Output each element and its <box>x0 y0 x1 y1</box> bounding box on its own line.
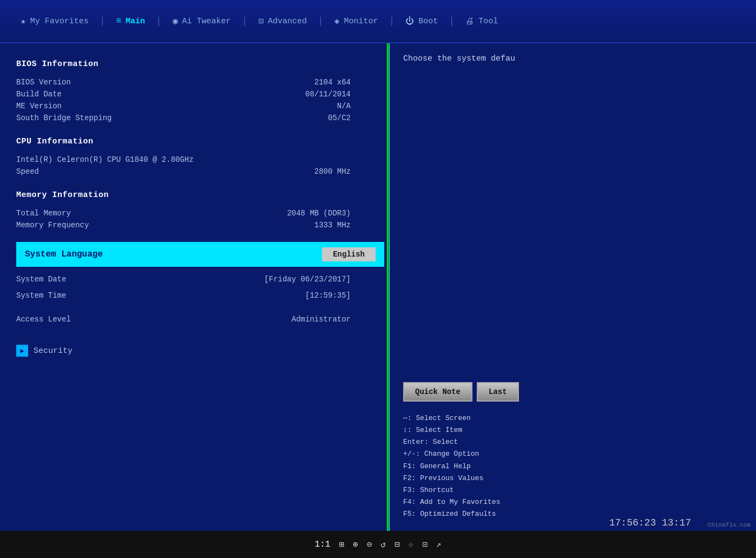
nav-sep-4: | <box>318 16 324 27</box>
security-arrow-icon: ▶ <box>16 345 28 357</box>
help-line-5: F1: General Help <box>403 461 742 472</box>
advanced-icon: ⊡ <box>258 16 264 27</box>
me-version-label: ME Version <box>16 102 62 110</box>
cpu-speed-value: 2800 MHz <box>314 167 372 176</box>
system-time-label: System Time <box>16 291 66 300</box>
toolbar-rotate-icon[interactable]: ↺ <box>380 539 386 550</box>
toolbar-share-icon[interactable]: ↗ <box>436 539 442 550</box>
access-level-label: Access Level <box>16 315 71 324</box>
total-memory-value: 2048 MB (DDR3) <box>287 209 372 218</box>
choose-text: Choose the system defau <box>403 54 742 63</box>
boot-icon: ⏻ <box>405 16 414 27</box>
top-navigation: ★ My Favorites | ≡ Main | ◉ Ai Tweaker |… <box>0 0 756 43</box>
nav-sep-5: | <box>389 16 395 27</box>
system-language-label: System Language <box>25 250 103 259</box>
tool-icon: 🖨 <box>465 16 474 27</box>
toolbar-fit-icon[interactable]: ⊟ <box>395 539 400 550</box>
system-date-row: System Date [Friday 06/23/2017] <box>16 272 372 286</box>
nav-advanced-label: Advanced <box>268 17 307 26</box>
me-version-value: N/A <box>337 102 372 110</box>
star-icon: ★ <box>21 16 26 27</box>
me-version-row: ME Version N/A <box>16 100 372 112</box>
build-date-label: Build Date <box>16 90 62 99</box>
help-line-8: F4: Add to My Favorites <box>403 496 742 508</box>
bios-version-value: 2104 x64 <box>314 78 372 87</box>
main-content: BIOS Information BIOS Version 2104 x64 B… <box>0 43 756 531</box>
bios-version-row: BIOS Version 2104 x64 <box>16 76 372 88</box>
toolbar-zoom-out-icon[interactable]: ⊖ <box>367 539 372 550</box>
toolbar-zoom-in-icon[interactable]: ⊕ <box>353 539 358 550</box>
system-language-row[interactable]: System Language English <box>16 242 384 267</box>
security-label: Security <box>34 346 73 356</box>
help-section: ↔: Select Screen ↕: Select Item Enter: S… <box>403 412 742 520</box>
build-date-value: 08/11/2014 <box>305 90 372 99</box>
nav-main[interactable]: ≡ Main <box>106 12 155 30</box>
nav-main-label: Main <box>126 17 145 26</box>
south-bridge-label: South Bridge Stepping <box>16 114 111 122</box>
cpu-model-row: Intel(R) Celeron(R) CPU G1840 @ 2.80GHz <box>16 154 372 166</box>
nav-sep-1: | <box>100 16 106 27</box>
green-divider <box>387 43 388 531</box>
build-date-row: Build Date 08/11/2014 <box>16 88 372 100</box>
right-panel: Choose the system defau Quick Note Last … <box>390 43 756 531</box>
left-panel: BIOS Information BIOS Version 2104 x64 B… <box>0 43 390 531</box>
nav-tool[interactable]: 🖨 Tool <box>456 12 508 31</box>
toolbar-bookmark-icon[interactable]: ☆ <box>409 539 414 550</box>
memory-freq-value: 1333 MHz <box>314 221 372 229</box>
south-bridge-value: 05/C2 <box>328 114 372 122</box>
nav-monitor-label: Monitor <box>344 17 378 26</box>
monitor-icon: ◈ <box>334 16 340 27</box>
nav-my-favorites-label: My Favorites <box>30 17 89 26</box>
button-row: Quick Note Last <box>403 382 742 402</box>
cpu-speed-row: Speed 2800 MHz <box>16 166 372 178</box>
tweaker-icon: ◉ <box>173 16 178 27</box>
nav-ai-tweaker-label: Ai Tweaker <box>182 17 231 26</box>
nav-boot[interactable]: ⏻ Boot <box>396 12 448 31</box>
total-memory-label: Total Memory <box>16 209 71 218</box>
nav-ai-tweaker[interactable]: ◉ Ai Tweaker <box>163 11 241 31</box>
system-language-value[interactable]: English <box>322 247 376 261</box>
cpu-model-label: Intel(R) Celeron(R) CPU G1840 @ 2.80GHz <box>16 155 194 164</box>
help-line-6: F2: Previous Values <box>403 472 742 484</box>
help-line-9: F5: Optimized Defaults <box>403 508 742 520</box>
south-bridge-row: South Bridge Stepping 05/C2 <box>16 112 372 124</box>
nav-advanced[interactable]: ⊡ Advanced <box>248 11 317 31</box>
bios-version-label: BIOS Version <box>16 78 71 87</box>
list-icon: ≡ <box>116 16 121 26</box>
memory-freq-row: Memory Frequency 1333 MHz <box>16 219 372 231</box>
system-date-value: [Friday 06/23/2017] <box>264 275 372 284</box>
last-button[interactable]: Last <box>477 382 519 402</box>
nav-sep-3: | <box>242 16 248 27</box>
help-line-1: ↔: Select Screen <box>403 412 742 424</box>
help-line-7: F3: Shortcut <box>403 484 742 496</box>
help-line-2: ↕: Select Item <box>403 424 742 436</box>
toolbar-layout-icon[interactable]: ⊡ <box>422 539 428 550</box>
system-time-value: [12:59:35] <box>305 291 372 300</box>
nav-boot-label: Boot <box>418 17 438 26</box>
memory-freq-label: Memory Frequency <box>16 221 89 229</box>
nav-monitor[interactable]: ◈ Monitor <box>325 11 388 31</box>
clock-display: 17:56:23 13:17 <box>609 517 691 528</box>
memory-info-header: Memory Information <box>16 191 372 200</box>
nav-tool-label: Tool <box>478 17 498 26</box>
bottom-toolbar: 1:1 ⊞ ⊕ ⊖ ↺ ⊟ ☆ ⊡ ↗ <box>0 531 756 558</box>
total-memory-row: Total Memory 2048 MB (DDR3) <box>16 207 372 219</box>
security-item[interactable]: ▶ Security <box>16 345 372 357</box>
nav-my-favorites[interactable]: ★ My Favorites <box>11 11 98 31</box>
nav-sep-6: | <box>449 16 455 27</box>
toolbar-grid-icon[interactable]: ⊞ <box>339 539 344 550</box>
system-time-row: System Time [12:59:35] <box>16 288 372 303</box>
quick-note-button[interactable]: Quick Note <box>403 382 472 402</box>
help-line-4: +/-: Change Option <box>403 448 742 460</box>
watermark: Chinafix.com <box>708 522 751 528</box>
access-level-value: Administrator <box>292 315 372 324</box>
nav-sep-2: | <box>156 16 162 27</box>
cpu-speed-label: Speed <box>16 167 39 176</box>
access-level-row: Access Level Administrator <box>16 312 372 326</box>
cpu-info-header: CPU Information <box>16 137 372 146</box>
bios-info-header: BIOS Information <box>16 60 372 69</box>
toolbar-ratio[interactable]: 1:1 <box>315 540 331 549</box>
help-line-3: Enter: Select <box>403 436 742 448</box>
system-date-label: System Date <box>16 275 66 284</box>
